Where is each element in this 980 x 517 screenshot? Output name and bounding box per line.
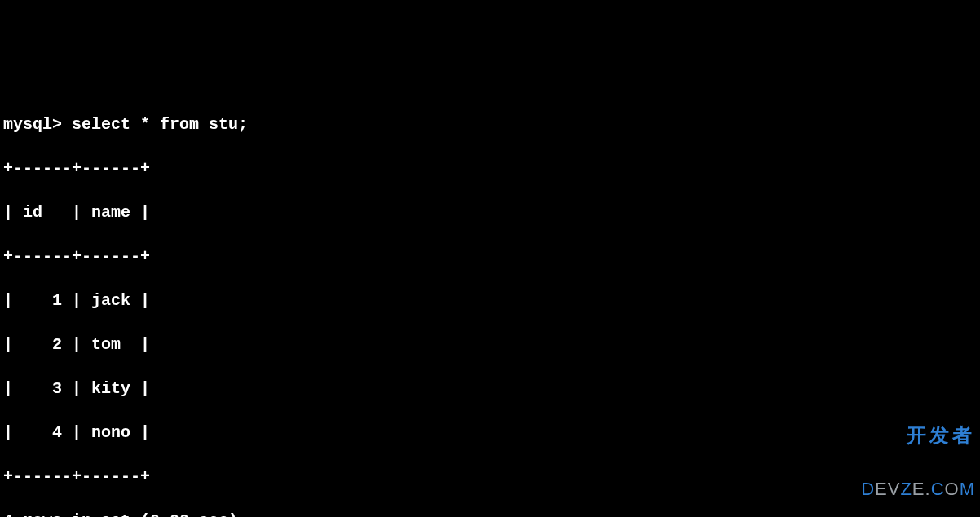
terminal-output[interactable]: mysql> select * from stu; +------+------… [3,91,977,517]
query-line-1: mysql> select * from stu; [3,113,977,135]
table-header: | id | name | [3,201,977,223]
watermark-line1: 开发者 [861,425,975,445]
status-text: 4 rows in set (0.00 sec) [3,510,977,517]
mysql-prompt: mysql> [3,115,72,134]
table-row: | 1 | jack | [3,289,977,312]
watermark: 开发者 DEVZE.COM [861,391,975,515]
table-border: +------+------+ [3,157,977,179]
table-border: +------+------+ [3,466,977,488]
table-border: +------+------+ [3,245,977,267]
table-row: | 3 | kity | [3,378,977,400]
query-text: select * from stu; [72,115,248,134]
table-row: | 4 | nono | [3,422,977,444]
watermark-line2: DEVZE.COM [861,479,975,498]
table-row: | 2 | tom | [3,334,977,356]
